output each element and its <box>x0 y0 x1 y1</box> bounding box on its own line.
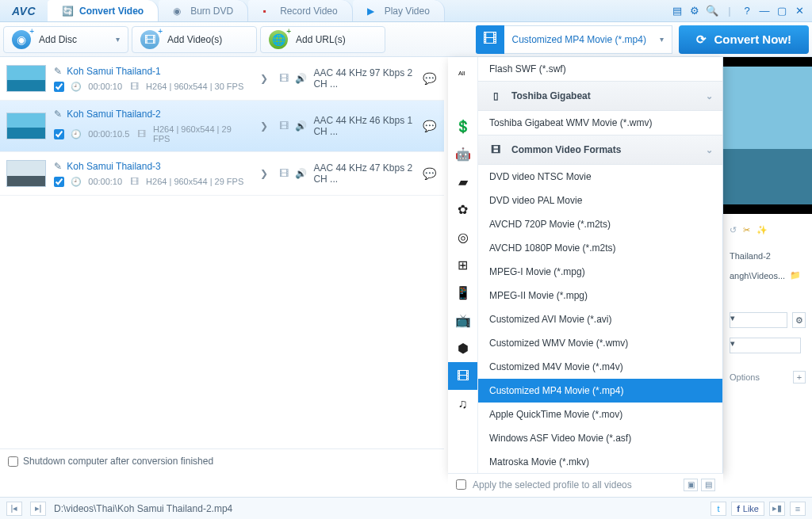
file-meta: H264 | 960x544 | 29 FPS <box>146 177 243 186</box>
prev-file-icon[interactable]: |◂ <box>6 502 22 516</box>
tab-burn-dvd[interactable]: ◉ Burn DVD <box>159 0 248 21</box>
file-checkbox[interactable] <box>54 177 64 187</box>
rail-tv-icon[interactable]: 📺 <box>448 307 477 334</box>
search-icon[interactable]: 🔍 <box>706 5 718 17</box>
audio-info[interactable]: 🎞 🔊 AAC 44 KHz 47 Kbps 2 CH ... ▾ <box>279 162 433 185</box>
panel-toggle-icon[interactable]: ▸▮ <box>769 502 785 516</box>
pencil-icon[interactable]: ✎ <box>54 161 62 172</box>
status-path: D:\videos\Thai\Koh Samui Thailand-2.mp4 <box>54 503 232 514</box>
add-urls-button[interactable]: 🌐+ Add URL(s) <box>260 26 385 53</box>
pencil-icon[interactable]: ✎ <box>54 109 62 120</box>
gear-icon[interactable]: ⚙ <box>688 5 701 17</box>
cut-icon[interactable]: ✂ <box>743 225 750 235</box>
expand-icon[interactable]: ❯ <box>257 73 271 84</box>
profile-item[interactable]: Matroska Movie (*.mkv) <box>478 450 722 473</box>
list-toggle-icon[interactable]: ≡ <box>790 502 806 516</box>
output-profile-dropdown[interactable]: 🎞 Customized MP4 Movie (*.mp4) ▾ <box>476 25 672 54</box>
close-icon[interactable]: ✕ <box>793 5 806 17</box>
audio-info[interactable]: 🎞 🔊 AAC 44 KHz 46 Kbps 1 CH ... ▾ <box>279 115 433 137</box>
expand-icon[interactable]: ❯ <box>257 120 271 132</box>
add-videos-button[interactable]: 🎞+ Add Video(s) <box>132 26 257 53</box>
twitter-icon[interactable]: t <box>710 502 726 516</box>
audio-info[interactable]: 🎞 🔊 AAC 44 KHz 97 Kbps 2 CH ... ▾ <box>279 67 433 90</box>
rail-huawei-icon[interactable]: ✿ <box>448 196 477 223</box>
profile-group-header[interactable]: 🎞 Common Video Formats ⌄ <box>478 135 722 165</box>
profile-item[interactable]: Windows ASF Video Movie (*.asf) <box>478 426 722 450</box>
facebook-like-button[interactable]: f Like <box>731 502 764 516</box>
manage-profile-icon[interactable]: ▤ <box>701 479 715 491</box>
profile-group-header[interactable]: ▯ Toshiba Gigabeat ⌄ <box>478 81 722 111</box>
comment-icon[interactable]: 💬 <box>423 167 436 180</box>
tab-convert-video[interactable]: 🔄 Convert Video <box>48 0 159 21</box>
profile-category-rail: All 💲 🤖 ▰ ✿ ◎ ⊞ 📱 📺 ⬢ 🎞 ♫ <box>448 57 478 473</box>
pencil-icon[interactable]: ✎ <box>54 66 62 77</box>
profile-item[interactable]: MPEG-II Movie (*.mpg) <box>478 284 722 307</box>
expand-icon[interactable]: ❯ <box>257 168 271 179</box>
next-file-icon[interactable]: ▸| <box>30 502 46 516</box>
video-thumbnail[interactable] <box>6 113 46 139</box>
profile-item[interactable]: Customized AVI Movie (*.avi) <box>478 307 722 331</box>
rotate-icon[interactable]: ↺ <box>730 225 737 235</box>
tab-play-video[interactable]: ▶ Play Video <box>353 0 445 21</box>
comment-icon[interactable]: 💬 <box>423 72 436 85</box>
btn-label: Add URL(s) <box>296 34 346 45</box>
apply-all-checkbox[interactable] <box>456 479 466 490</box>
profile-item[interactable]: MPEG-I Movie (*.mpg) <box>478 260 722 284</box>
disc-add-icon: ◉+ <box>12 30 31 49</box>
rail-apple-icon[interactable] <box>448 85 477 113</box>
titlebar: AVC 🔄 Convert Video ◉ Burn DVD ▪ Record … <box>0 0 812 22</box>
help-icon[interactable]: ? <box>741 5 753 17</box>
comment-icon[interactable]: 💬 <box>423 120 436 132</box>
file-row[interactable]: ✎Koh Samui Thailand-2 🕘00:00:10.5 🎞H264 … <box>0 101 444 152</box>
add-disc-button[interactable]: ◉+ Add Disc ▾ <box>3 26 128 53</box>
convert-now-button[interactable]: ⟳ Convert Now! <box>679 25 810 54</box>
video-preview[interactable] <box>723 57 812 214</box>
profile-item[interactable]: Customized MP4 Movie (*.mp4) <box>478 379 722 403</box>
minimize-icon[interactable]: — <box>758 5 771 17</box>
wand-icon[interactable]: ✨ <box>756 225 768 235</box>
rail-windows-icon[interactable]: ⊞ <box>448 251 477 279</box>
btn-label: Convert Now! <box>714 32 792 46</box>
dropdown[interactable]: ▾ <box>730 338 801 353</box>
file-list: ✎Koh Samui Thailand-1 🕘00:00:10 🎞H264 | … <box>0 57 444 495</box>
file-row[interactable]: ✎Koh Samui Thailand-3 🕘00:00:10 🎞H264 | … <box>0 152 444 196</box>
file-row[interactable]: ✎Koh Samui Thailand-1 🕘00:00:10 🎞H264 | … <box>0 57 444 101</box>
profile-item[interactable]: AVCHD 720P Movie (*.m2ts) <box>478 212 722 236</box>
video-thumbnail[interactable] <box>6 160 46 187</box>
save-profile-icon[interactable]: ▣ <box>684 479 698 491</box>
profile-item[interactable]: Customized WMV Movie (*.wmv) <box>478 331 722 355</box>
profile-dropdown-list[interactable]: Flash SWF (*.swf) ▯ Toshiba Gigabeat ⌄ T… <box>478 57 722 473</box>
file-checkbox[interactable] <box>54 129 64 139</box>
rail-playstation-icon[interactable]: ▰ <box>448 168 477 196</box>
profile-item[interactable]: AVCHD 1080P Movie (*.m2ts) <box>478 236 722 260</box>
rail-video-icon[interactable]: 🎞 <box>448 362 477 390</box>
rail-audio-icon[interactable]: ♫ <box>448 390 477 418</box>
profile-item[interactable]: Apple QuickTime Movie (*.mov) <box>478 403 722 426</box>
film-icon: 🎞 <box>128 177 140 186</box>
shutdown-checkbox[interactable] <box>8 456 18 467</box>
chevron-down-icon: ▾ <box>660 35 664 44</box>
tab-record-video[interactable]: ▪ Record Video <box>248 0 353 21</box>
maximize-icon[interactable]: ▢ <box>776 5 788 17</box>
profile-item[interactable]: DVD video NTSC Movie <box>478 165 722 189</box>
rail-html5-icon[interactable]: ⬢ <box>448 334 477 362</box>
rail-all-icon[interactable]: All <box>448 57 477 85</box>
rail-mobile-icon[interactable]: 📱 <box>448 279 477 307</box>
profile-item[interactable]: Toshiba Gigabeat WMV Movie (*.wmv) <box>478 111 722 135</box>
plus-icon[interactable]: + <box>793 371 806 384</box>
profile-item[interactable]: Flash SWF (*.swf) <box>478 57 722 81</box>
gear-icon[interactable]: ⚙ <box>792 312 806 328</box>
file-checkbox[interactable] <box>54 82 64 92</box>
folder-icon[interactable]: 📁 <box>790 270 801 280</box>
list-icon[interactable]: ▤ <box>671 5 684 17</box>
play-icon: ▶ <box>367 6 378 17</box>
rail-money-icon[interactable]: 💲 <box>448 113 477 140</box>
video-thumbnail[interactable] <box>6 65 46 92</box>
rail-lg-icon[interactable]: ◎ <box>448 223 477 251</box>
shutdown-checkbox-row[interactable]: Shutdown computer after conversion finis… <box>0 448 444 473</box>
profile-item[interactable]: DVD video PAL Movie <box>478 189 722 212</box>
profile-item[interactable]: Customized M4V Movie (*.m4v) <box>478 355 722 379</box>
film-strip-icon: 🎞 <box>476 25 504 54</box>
rail-android-icon[interactable]: 🤖 <box>448 140 477 168</box>
dropdown[interactable]: ▾ <box>730 312 787 328</box>
